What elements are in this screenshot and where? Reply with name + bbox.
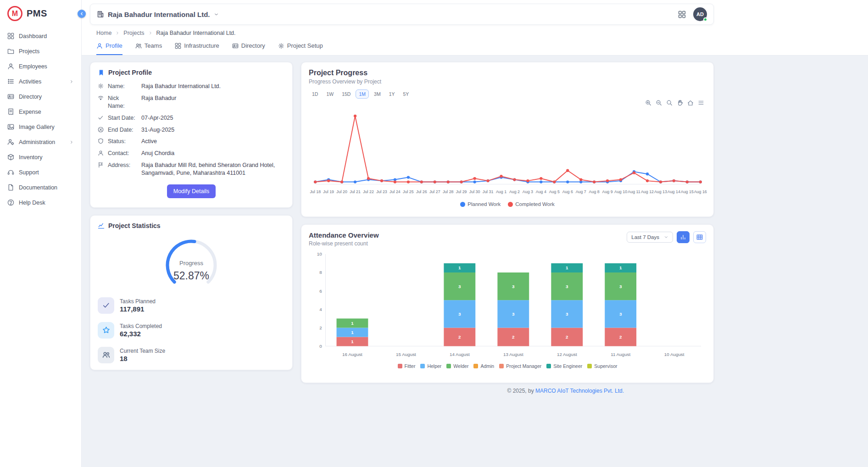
chart-menu-icon[interactable] bbox=[698, 100, 704, 106]
user-menu[interactable]: AD bbox=[693, 7, 707, 21]
table-view-button[interactable] bbox=[693, 231, 706, 243]
svg-text:Aug 6: Aug 6 bbox=[562, 189, 573, 194]
svg-text:14 August: 14 August bbox=[450, 352, 470, 357]
legend-swatch bbox=[446, 364, 451, 368]
statistics-card-title: Project Statistics bbox=[108, 222, 161, 229]
sidebar-item-label: Administration bbox=[19, 139, 55, 145]
range-15d[interactable]: 15D bbox=[339, 89, 354, 99]
legend-swatch bbox=[508, 202, 513, 207]
field-label: Status: bbox=[108, 138, 137, 145]
field-value: Raja Bahadur bbox=[141, 95, 176, 110]
svg-text:3: 3 bbox=[458, 284, 461, 289]
svg-text:Jul 24: Jul 24 bbox=[389, 189, 401, 194]
sidebar-item-image-gallery[interactable]: Image Gallery bbox=[0, 119, 81, 134]
sidebar-item-directory[interactable]: Directory bbox=[0, 89, 81, 104]
sidebar-item-inventory[interactable]: Inventory bbox=[0, 150, 81, 165]
breadcrumb-home[interactable]: Home bbox=[96, 30, 111, 36]
sidebar-item-expense[interactable]: Expense bbox=[0, 104, 81, 119]
sidebar-item-label: Documentation bbox=[19, 184, 57, 191]
svg-text:16 August: 16 August bbox=[342, 352, 362, 357]
profile-card-title: Project Profile bbox=[108, 69, 152, 76]
legend-swatch bbox=[587, 364, 592, 368]
app-name: PMS bbox=[27, 8, 47, 19]
stat-value: 62,332 bbox=[120, 330, 162, 338]
breadcrumb-current: Raja Bahadur International Ltd. bbox=[156, 30, 236, 36]
legend-swatch bbox=[499, 364, 504, 368]
svg-text:12 August: 12 August bbox=[557, 352, 577, 357]
gear-icon bbox=[278, 43, 284, 49]
svg-text:Aug 10: Aug 10 bbox=[614, 189, 627, 194]
sidebar-item-label: Support bbox=[19, 169, 39, 176]
tab-project-setup[interactable]: Project Setup bbox=[278, 42, 323, 55]
legend-item[interactable]: Fitter bbox=[398, 363, 416, 369]
attendance-card-subtitle: Role-wise present count bbox=[309, 240, 379, 247]
profile-field-row: Start Date:07-Apr-2025 bbox=[98, 114, 285, 122]
range-1y[interactable]: 1Y bbox=[386, 89, 398, 99]
range-5y[interactable]: 5Y bbox=[400, 89, 412, 99]
svg-text:Jul 20: Jul 20 bbox=[336, 189, 347, 194]
legend-item[interactable]: Completed Work bbox=[508, 201, 554, 207]
svg-text:Jul 22: Jul 22 bbox=[363, 189, 374, 194]
chevron-right-icon bbox=[148, 31, 153, 35]
legend-item[interactable]: Project Manager bbox=[499, 363, 541, 369]
svg-text:Jul 23: Jul 23 bbox=[376, 189, 387, 194]
check-icon bbox=[98, 115, 104, 121]
field-label: Start Date: bbox=[108, 114, 137, 122]
broadcast-icon bbox=[98, 95, 104, 101]
sidebar-item-dashboard[interactable]: Dashboard bbox=[0, 28, 81, 44]
zoom-in-icon[interactable] bbox=[645, 100, 651, 106]
legend-item[interactable]: Planned Work bbox=[460, 201, 501, 207]
tab-teams[interactable]: Teams bbox=[135, 42, 162, 55]
range-3m[interactable]: 3M bbox=[371, 89, 384, 99]
sidebar-collapse-button[interactable] bbox=[78, 10, 86, 18]
apps-grid-icon[interactable] bbox=[678, 11, 686, 18]
range-1d[interactable]: 1D bbox=[309, 89, 321, 99]
svg-text:Jul 29: Jul 29 bbox=[456, 189, 467, 194]
reset-zoom-icon[interactable] bbox=[687, 100, 694, 106]
online-status-dot bbox=[703, 17, 707, 22]
range-1w[interactable]: 1W bbox=[323, 89, 337, 99]
tab-directory[interactable]: Directory bbox=[232, 42, 265, 55]
attendance-range-value: Last 7 Days bbox=[631, 234, 659, 240]
legend-item[interactable]: Admin bbox=[473, 363, 494, 369]
legend-item[interactable]: Site Engineer bbox=[546, 363, 582, 369]
selection-zoom-icon[interactable] bbox=[666, 100, 673, 106]
legend-item[interactable]: Supervisor bbox=[587, 363, 617, 369]
tab-profile[interactable]: Profile bbox=[96, 42, 122, 55]
company-switcher[interactable]: Raja Bahadur International Ltd. bbox=[97, 11, 219, 18]
legend-item[interactable]: Welder bbox=[446, 363, 468, 369]
legend-item[interactable]: Helper bbox=[420, 363, 441, 369]
user-icon bbox=[96, 43, 103, 49]
sidebar-item-administration[interactable]: Administration bbox=[0, 134, 81, 150]
attendance-range-select[interactable]: Last 7 Days bbox=[627, 232, 673, 243]
svg-text:0: 0 bbox=[319, 344, 322, 349]
help-icon bbox=[7, 199, 14, 206]
sidebar-item-label: Projects bbox=[19, 48, 39, 55]
profile-field-row: Nick Name:Raja Bahadur bbox=[98, 95, 285, 110]
sidebar-item-documentation[interactable]: Documentation bbox=[0, 180, 81, 195]
sidebar-item-activities[interactable]: Activities bbox=[0, 74, 81, 89]
tab-infrastructure[interactable]: Infrastructure bbox=[175, 42, 219, 55]
sidebar-item-projects[interactable]: Projects bbox=[0, 44, 81, 59]
modify-details-button[interactable]: Modify Details bbox=[167, 184, 216, 198]
company-name: Raja Bahadur International Ltd. bbox=[108, 11, 210, 18]
attendance-chart[interactable]: 024681011116 August15 August233114 Augus… bbox=[309, 250, 707, 361]
sidebar-item-support[interactable]: Support bbox=[0, 165, 81, 180]
project-progress-chart[interactable]: Jul 18Jul 19Jul 20Jul 21Jul 22Jul 23Jul … bbox=[309, 107, 707, 200]
svg-text:Aug 3: Aug 3 bbox=[523, 189, 533, 194]
field-value: 31-Aug-2025 bbox=[141, 126, 174, 134]
pan-icon[interactable] bbox=[677, 100, 683, 106]
chart-view-button[interactable] bbox=[677, 231, 690, 243]
svg-text:1: 1 bbox=[566, 265, 568, 270]
footer-company-link[interactable]: MARCO AIoT Technologies Pvt. Ltd. bbox=[535, 388, 624, 394]
sidebar-item-help-desk[interactable]: Help Desk bbox=[0, 195, 81, 210]
sidebar-item-employees[interactable]: Employees bbox=[0, 59, 81, 74]
svg-text:15 August: 15 August bbox=[396, 352, 416, 357]
sidebar-item-label: Activities bbox=[19, 78, 41, 85]
zoom-out-icon[interactable] bbox=[656, 100, 662, 106]
range-1m[interactable]: 1M bbox=[356, 89, 369, 99]
legend-label: Fitter bbox=[405, 363, 416, 369]
id-card-icon bbox=[232, 43, 239, 49]
breadcrumb-projects[interactable]: Projects bbox=[123, 30, 144, 36]
attendance-legend: FitterHelperWelderAdminProject ManagerSi… bbox=[309, 363, 706, 369]
